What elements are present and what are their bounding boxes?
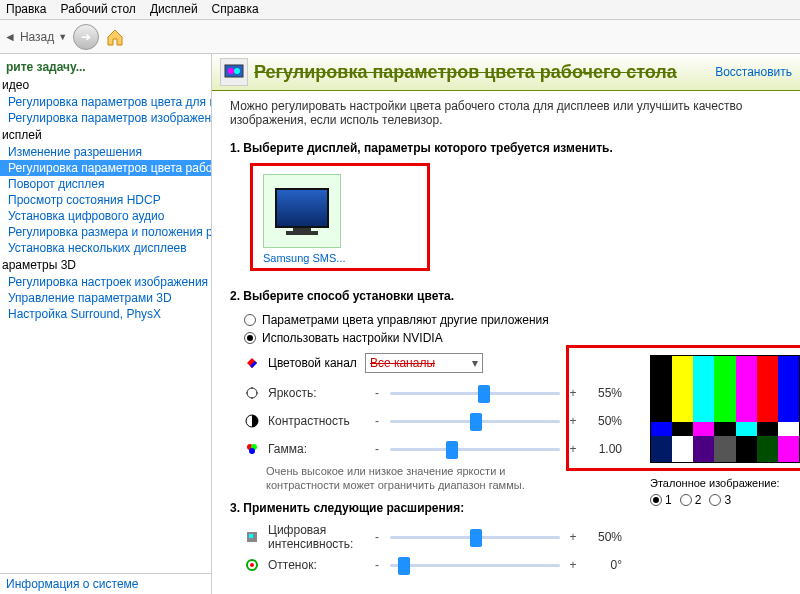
monitor-icon — [275, 188, 329, 228]
color-bars-icon — [650, 355, 800, 463]
home-button[interactable] — [105, 27, 125, 47]
slider-label: Цифровая интенсивность: — [268, 523, 364, 551]
svg-rect-9 — [249, 534, 253, 538]
sidebar-item-multi-display[interactable]: Установка нескольких дисплеев — [0, 240, 211, 256]
slider-value: 50% — [586, 414, 622, 428]
radio-nvidia-label: Использовать настройки NVIDIA — [262, 331, 443, 345]
step2-heading: 2. Выберите способ установки цвета. — [230, 289, 786, 303]
slider-thumb[interactable] — [478, 385, 490, 403]
sidebar-item-3d-manage[interactable]: Управление параметрами 3D — [0, 290, 211, 306]
slider-track[interactable] — [390, 448, 560, 451]
menu-bar: Правка Рабочий стол Дисплей Справка — [0, 0, 800, 20]
preview-option-label: 1 — [665, 493, 672, 507]
slider-minus[interactable]: - — [372, 442, 382, 456]
sidebar-item-rotate[interactable]: Поворот дисплея — [0, 176, 211, 192]
slider-thumb[interactable] — [446, 441, 458, 459]
preview-caption: Эталонное изображение: — [650, 477, 800, 489]
sidebar-item-3d-image[interactable]: Регулировка настроек изображения с пр — [0, 274, 211, 290]
back-arrow-icon: ◄ — [4, 30, 16, 44]
slider-minus[interactable]: - — [372, 530, 382, 544]
page-title: Регулировка параметров цвета рабочего ст… — [254, 62, 709, 83]
menu-edit[interactable]: Правка — [6, 2, 47, 17]
svg-point-1 — [228, 68, 234, 74]
forward-button[interactable]: ➔ — [73, 24, 99, 50]
step1-heading: 1. Выберите дисплей, параметры которого … — [230, 141, 786, 155]
slider-track[interactable] — [390, 392, 560, 395]
slider-value: 50% — [586, 530, 622, 544]
back-button[interactable]: ◄ Назад ▼ — [4, 30, 67, 44]
slider-minus[interactable]: - — [372, 414, 382, 428]
sidebar-item-resolution[interactable]: Изменение разрешения — [0, 144, 211, 160]
display-selector-box: Samsung SMS... — [250, 163, 430, 271]
sidebar-item-video-image[interactable]: Регулировка параметров изображения д — [0, 110, 211, 126]
slider-minus[interactable]: - — [372, 558, 382, 572]
svg-point-11 — [250, 563, 254, 567]
channel-icon — [244, 355, 260, 371]
sidebar-item-hdcp[interactable]: Просмотр состояния HDCP — [0, 192, 211, 208]
slider-label: Оттенок: — [268, 558, 364, 572]
radio-nvidia[interactable]: Использовать настройки NVIDIA — [230, 329, 786, 347]
reference-preview: Эталонное изображение: 123 — [650, 355, 800, 507]
task-heading: рите задачу... — [0, 56, 211, 76]
display-tile[interactable] — [263, 174, 341, 248]
channel-label: Цветовой канал — [268, 356, 357, 370]
sidebar-footer: Информация о системе — [0, 573, 212, 594]
slider-label: Контрастность — [268, 414, 364, 428]
menu-display[interactable]: Дисплей — [150, 2, 198, 17]
slider-thumb[interactable] — [470, 413, 482, 431]
ext-slider-row-1: Оттенок:-+0° — [244, 551, 786, 579]
slider-minus[interactable]: - — [372, 386, 382, 400]
channel-value: Все каналы — [370, 356, 435, 370]
slider-thumb[interactable] — [470, 529, 482, 547]
preview-option-2[interactable]: 2 — [680, 493, 702, 507]
group-3d: араметры 3D — [0, 256, 211, 274]
content-header: Регулировка параметров цвета рабочего ст… — [212, 54, 800, 91]
slider-plus[interactable]: + — [568, 558, 578, 572]
slider-plus[interactable]: + — [568, 386, 578, 400]
sidebar-item-desktop-color[interactable]: Регулировка параметров цвета рабочег — [0, 160, 211, 176]
sidebar: рите задачу... идео Регулировка параметр… — [0, 54, 212, 594]
menu-desktop[interactable]: Рабочий стол — [61, 2, 136, 17]
radio-icon — [244, 314, 256, 326]
slider-icon — [244, 557, 260, 573]
restore-defaults-link[interactable]: Восстановить — [715, 65, 792, 79]
radio-icon — [680, 494, 692, 506]
slider-icon — [244, 441, 260, 457]
menu-help[interactable]: Справка — [212, 2, 259, 17]
preview-option-label: 3 — [724, 493, 731, 507]
content-pane: Регулировка параметров цвета рабочего ст… — [212, 54, 800, 594]
slider-plus[interactable]: + — [568, 530, 578, 544]
slider-label: Гамма: — [268, 442, 364, 456]
slider-label: Яркость: — [268, 386, 364, 400]
preview-option-1[interactable]: 1 — [650, 493, 672, 507]
back-label: Назад — [20, 30, 54, 44]
system-info-link[interactable]: Информация о системе — [6, 577, 138, 591]
ext-slider-row-0: Цифровая интенсивность:-+50% — [244, 523, 786, 551]
slider-icon — [244, 529, 260, 545]
forward-arrow-icon: ➔ — [81, 30, 91, 44]
sidebar-item-video-color[interactable]: Регулировка параметров цвета для вид — [0, 94, 211, 110]
header-icon — [220, 58, 248, 86]
slider-track[interactable] — [390, 420, 560, 423]
radio-other-apps[interactable]: Параметрами цвета управляют другие прило… — [230, 311, 786, 329]
svg-point-3 — [247, 388, 257, 398]
slider-plus[interactable]: + — [568, 414, 578, 428]
channel-dropdown[interactable]: Все каналы — [365, 353, 483, 373]
preview-option-3[interactable]: 3 — [709, 493, 731, 507]
slider-value: 0° — [586, 558, 622, 572]
display-label: Samsung SMS... — [263, 252, 417, 264]
group-display: исплей — [0, 126, 211, 144]
slider-thumb[interactable] — [398, 557, 410, 575]
radio-icon — [709, 494, 721, 506]
slider-track[interactable] — [390, 564, 560, 567]
slider-icon — [244, 385, 260, 401]
slider-value: 1.00 — [586, 442, 622, 456]
intro-text: Можно регулировать настройки цвета рабоч… — [230, 99, 786, 127]
sidebar-item-size-pos[interactable]: Регулировка размера и положения рабо — [0, 224, 211, 240]
preview-option-label: 2 — [695, 493, 702, 507]
slider-track[interactable] — [390, 536, 560, 539]
sidebar-item-surround[interactable]: Настройка Surround, PhysX — [0, 306, 211, 322]
svg-point-7 — [249, 448, 255, 454]
slider-plus[interactable]: + — [568, 442, 578, 456]
sidebar-item-digital-audio[interactable]: Установка цифрового аудио — [0, 208, 211, 224]
